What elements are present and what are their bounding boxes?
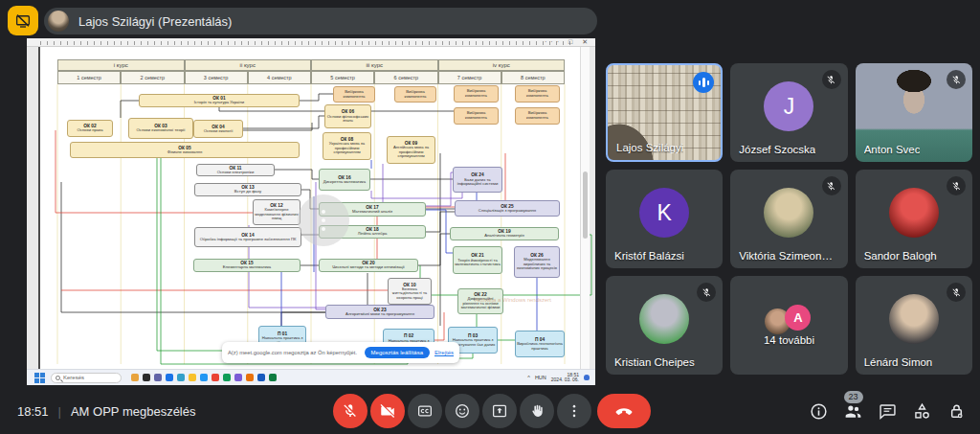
captions-button[interactable] xyxy=(408,394,442,428)
notification-bell-icon xyxy=(584,375,590,380)
taskbar-app-icon xyxy=(131,374,139,381)
course-label: Вступ до фаху xyxy=(234,190,261,194)
people-button[interactable] xyxy=(843,401,863,422)
more-vert-icon xyxy=(566,402,583,420)
participant-tile[interactable]: Sandor Balogh xyxy=(856,170,972,268)
divider: | xyxy=(58,404,61,419)
activities-button[interactable] xyxy=(912,401,932,422)
taskbar-app-icon xyxy=(257,374,265,381)
course-box: ОК 26Моделювання виробничих та економічн… xyxy=(514,246,560,278)
avatar-photo xyxy=(889,188,939,238)
course-label: Чисельні методи та методи оптимізації xyxy=(332,265,404,270)
course-box: Вибіркова компонента xyxy=(394,86,436,103)
speaking-indicator xyxy=(693,72,714,93)
course-label: Основи філософських знань xyxy=(326,115,369,124)
participant-tile[interactable]: Kristian Cheipes xyxy=(606,276,723,375)
presenter-pill[interactable]: Lajos Szilágyi (Prezentálás) xyxy=(44,8,597,34)
meeting-details-button[interactable] xyxy=(809,401,829,422)
course-label: Вибіркова компонента xyxy=(456,89,497,98)
course-label: Комп'ютерне моделювання фізичних явищ xyxy=(255,208,299,221)
scrollbar-thumb xyxy=(583,171,588,239)
course-label: Основи економічної теорії xyxy=(137,128,186,133)
course-label: Математичний аналіз xyxy=(352,210,392,215)
avatar-initial: K xyxy=(639,188,689,238)
participant-tile[interactable]: Viktória Szimeon… xyxy=(730,170,847,268)
reactions-button[interactable] xyxy=(445,394,479,428)
participant-tile[interactable]: Lajos Szilágyi xyxy=(606,63,723,162)
present-button[interactable] xyxy=(482,394,517,428)
course-box: Вибіркова компонента xyxy=(515,107,560,125)
taskbar-app-icon xyxy=(177,374,185,381)
chat-button[interactable] xyxy=(878,401,898,422)
course-label: Вибіркова компонента xyxy=(335,90,373,99)
semester-header-cell: 8 семестр xyxy=(501,71,565,84)
course-box: ОК 02Основи права xyxy=(67,120,113,137)
present-icon xyxy=(491,402,508,420)
clock: 18:51 xyxy=(17,404,49,419)
course-label: Вибіркова компонента xyxy=(456,111,497,120)
course-header-cell: іі курс xyxy=(185,59,312,71)
course-label: Елементарна математика xyxy=(223,265,271,270)
participant-name: Sandor Balogh xyxy=(864,250,937,262)
taskbar-app-icon xyxy=(234,374,242,381)
presenter-name: Lajos Szilágyi (Prezentálás) xyxy=(78,14,232,29)
course-label: Теорія ймовірності та математична статис… xyxy=(455,259,501,267)
participant-name: Anton Svec xyxy=(864,144,921,155)
taskbar-app-icon xyxy=(143,374,150,381)
people-icon xyxy=(843,401,863,422)
course-label: Вибіркова компонента xyxy=(517,89,558,98)
hide-notification-link: Elrejtés xyxy=(434,350,454,355)
taskbar-app-icon xyxy=(154,374,162,381)
semester-header-cell: 2 семестр xyxy=(121,71,184,84)
course-box: ОК 12Комп'ютерне моделювання фізичних яв… xyxy=(253,199,301,225)
participant-tile[interactable]: Anton Svec xyxy=(856,63,972,162)
avatar-photo xyxy=(639,294,689,344)
participant-tile[interactable]: Lénárd Simon xyxy=(856,276,972,375)
mic-mute-button[interactable] xyxy=(333,394,368,428)
course-box: П 04Виробничо-технологічна практика xyxy=(515,331,565,357)
videocam-off-icon xyxy=(379,402,396,420)
more-options-button[interactable] xyxy=(557,394,591,428)
course-box: ОК 11Основи електроніки xyxy=(196,164,275,176)
course-label: Бази даних та інформаційні системи xyxy=(455,178,501,187)
taskbar-app-icon xyxy=(223,374,231,381)
tray-language: HUN xyxy=(535,375,546,380)
smiley-icon xyxy=(454,402,471,420)
semester-header-cell: 5 семестр xyxy=(311,71,374,84)
semester-header-cell: 7 семестр xyxy=(438,71,501,84)
shared-screen: ··· □ ✕ і курсіі курсііі курсіv курс1 се… xyxy=(27,38,595,385)
google-meet-window: Lajos Szilágyi (Prezentálás) ··· □ ✕ і к… xyxy=(0,0,980,434)
course-label: Безпека життєдіяльності та охорона праці xyxy=(390,287,430,301)
end-call-button[interactable] xyxy=(597,394,651,428)
host-controls-button[interactable] xyxy=(947,401,967,422)
course-header-cell: і курс xyxy=(57,59,185,71)
windows-activation-watermark: Aktiválja a Windows rendszert xyxy=(475,297,582,304)
taskbar-app-icon xyxy=(166,374,173,381)
participant-tile[interactable]: KKristóf Balázsi xyxy=(606,170,723,268)
taskbar-app-icon xyxy=(246,374,254,381)
participant-tile[interactable]: JJózsef Szocska xyxy=(730,63,847,162)
course-header-cell: ііі курс xyxy=(311,59,438,71)
taskbar-app-icons xyxy=(131,374,277,381)
lock-icon xyxy=(947,401,967,422)
mic-muted-icon xyxy=(697,283,716,302)
participant-name: Kristóf Balázsi xyxy=(614,250,684,262)
participant-count-badge: 23 xyxy=(843,391,862,403)
windows-taskbar: Keresés ^ HUN 18:51 2024. 03. 06. xyxy=(27,369,595,385)
course-label: Українська мова за професійним спрямуван… xyxy=(324,142,369,155)
presentation-off-icon xyxy=(14,12,32,30)
camera-mute-button[interactable] xyxy=(370,394,405,428)
course-box: ОК 23Алгоритмічні мови та програмування xyxy=(325,305,434,319)
course-box: ОК 15Елементарна математика xyxy=(193,259,301,272)
course-label: Спеціалізація з програмування xyxy=(479,209,536,214)
participant-tile[interactable]: A14 további xyxy=(730,276,847,375)
course-label: Основи екології xyxy=(204,129,234,134)
call-end-icon xyxy=(613,400,635,422)
participant-name: 14 további xyxy=(730,334,847,346)
course-header-cell: іv курс xyxy=(438,59,566,71)
presentation-indicator-button[interactable] xyxy=(8,6,38,35)
avatar-initial: J xyxy=(764,81,813,131)
course-box: ОК 03Основи економічної теорії xyxy=(128,118,193,139)
course-label: Основи права xyxy=(77,128,102,133)
raise-hand-button[interactable] xyxy=(520,394,554,428)
